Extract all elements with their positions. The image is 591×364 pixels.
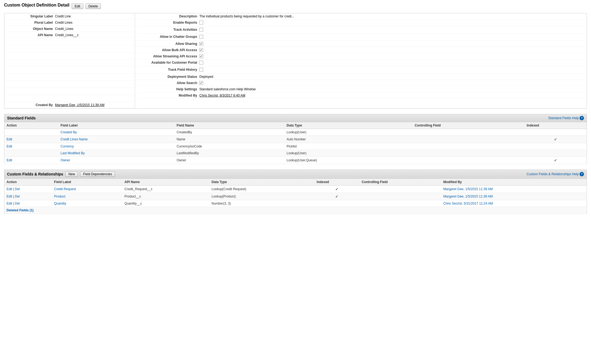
- cf-modified-by-link[interactable]: Margaret Gee, 1/5/2015 11:39 AM: [443, 195, 493, 198]
- cf-field-label-link[interactable]: Credit Request: [54, 187, 76, 191]
- help-settings-row: Help Settings Standard salesforce.com He…: [135, 86, 587, 92]
- cf-action-cell[interactable]: Edit | Del: [4, 200, 52, 207]
- custom-fields-help-icon[interactable]: ?: [580, 172, 584, 176]
- field-label-link[interactable]: Created By: [60, 130, 77, 134]
- spacer-row-1: [4, 38, 135, 45]
- cf-modified-by-cell[interactable]: Margaret Gee, 1/5/2015 11:39 AM: [441, 193, 587, 200]
- cf-edit-link[interactable]: Edit: [7, 187, 12, 191]
- object-name-value: Credit_Lines: [55, 27, 133, 31]
- edit-link[interactable]: Edit: [7, 144, 12, 148]
- standard-fields-table: Action Field Label Field Name Data Type …: [4, 122, 587, 164]
- action-cell[interactable]: Edit: [4, 143, 59, 150]
- edit-button[interactable]: Edit: [72, 4, 83, 9]
- field-name-cell: Name: [174, 136, 284, 143]
- plural-label-value: Credit Lines: [55, 21, 133, 24]
- custom-fields-help-text[interactable]: Custom Fields & Relationships Help: [527, 172, 579, 176]
- cf-modified-by-link[interactable]: Margaret Gee, 1/5/2015 11:39 AM: [443, 187, 493, 191]
- allow-bulk-api-checkbox: ✓: [199, 48, 203, 52]
- cf-action-cell[interactable]: Edit | Del: [4, 186, 52, 193]
- cf-field-label-link[interactable]: Quantity: [54, 202, 66, 205]
- field-label-cell[interactable]: Credit Lines Name: [58, 136, 174, 143]
- col-field-name: Field Name: [174, 122, 284, 129]
- controlling-field-cell: [413, 143, 525, 150]
- deleted-fields-cell[interactable]: Deleted Fields (1): [4, 207, 587, 214]
- standard-fields-help-text[interactable]: Standard Fields Help: [548, 116, 579, 120]
- field-name-cell: CreatedBy: [174, 129, 284, 136]
- standard-fields-help[interactable]: Standard Fields Help ?: [548, 116, 584, 120]
- cf-col-field-label: Field Label: [52, 179, 123, 186]
- page-title: Custom Object Definition Detail: [4, 3, 69, 8]
- allow-sharing-checkbox: ✓: [199, 42, 203, 46]
- allow-bulk-api-row: Allow Bulk API Access ✓: [135, 47, 587, 53]
- object-name-row: Object Name Credit_Lines: [4, 26, 135, 32]
- spacer-row-6: [4, 74, 135, 81]
- field-label-link[interactable]: Owner: [60, 158, 70, 162]
- field-dependencies-button[interactable]: Field Dependencies: [80, 171, 115, 177]
- plural-label-row: Plural Label Credit Lines: [4, 20, 135, 26]
- track-activities-label: Track Activities: [137, 28, 199, 32]
- singular-label-row: Singular Label Credit Line: [4, 13, 135, 20]
- edit-link[interactable]: Edit: [7, 137, 12, 141]
- field-name-cell: LastModifiedBy: [174, 150, 284, 157]
- col-controlling-field: Controlling Field: [413, 122, 525, 129]
- new-button[interactable]: New: [65, 171, 78, 177]
- created-by-value[interactable]: Margaret Gee, 1/5/2015 11:39 AM: [55, 103, 133, 107]
- cf-field-label-cell[interactable]: Quantity: [52, 200, 123, 207]
- plural-label-label: Plural Label: [6, 21, 55, 24]
- delete-button[interactable]: Delete: [86, 4, 101, 9]
- customer-portal-row: Available for Customer Portal: [135, 60, 587, 67]
- indexed-cell: [525, 143, 587, 150]
- cf-data-type-cell: Lookup(Credit Request): [209, 186, 315, 193]
- field-label-cell[interactable]: Created By: [58, 129, 174, 136]
- enable-reports-checkbox: [199, 21, 203, 24]
- cf-controlling-field-cell: [360, 193, 441, 200]
- allow-bulk-api-label: Allow Bulk API Access: [137, 48, 199, 52]
- cf-field-label-link[interactable]: Product: [54, 195, 65, 198]
- modified-by-value[interactable]: Chris Secrist, 8/3/2017 6:40 AM: [199, 94, 585, 97]
- cf-field-label-cell[interactable]: Credit Request: [52, 186, 123, 193]
- field-label-cell[interactable]: Currency: [58, 143, 174, 150]
- field-label-link[interactable]: Currency: [60, 144, 74, 148]
- cf-modified-by-cell[interactable]: Chris Secrist, 5/31/2017 11:24 AM: [441, 200, 587, 207]
- action-cell[interactable]: Edit: [4, 157, 59, 164]
- field-label-link[interactable]: Last Modified By: [60, 151, 85, 155]
- controlling-field-cell: [413, 136, 525, 143]
- col-field-label: Field Label: [58, 122, 174, 129]
- action-cell[interactable]: Edit: [4, 136, 59, 143]
- allow-search-row: Allow Search ✓: [135, 80, 587, 86]
- track-field-history-value: [199, 68, 585, 72]
- field-label-cell[interactable]: Last Modified By: [58, 150, 174, 157]
- cf-modified-by-cell[interactable]: Margaret Gee, 1/5/2015 11:39 AM: [441, 186, 587, 193]
- object-detail-section: Singular Label Credit Line Plural Label …: [4, 13, 587, 109]
- custom-fields-help[interactable]: Custom Fields & Relationships Help ?: [527, 172, 584, 176]
- help-icon[interactable]: ?: [580, 116, 584, 120]
- cf-del-link[interactable]: Del: [15, 202, 20, 205]
- api-name-label: API Name: [6, 33, 55, 37]
- help-settings-value: Standard salesforce.com Help Window: [199, 87, 585, 91]
- cf-del-link[interactable]: Del: [15, 187, 20, 191]
- allow-chatter-checkbox: [199, 35, 203, 39]
- deleted-fields-link[interactable]: Deleted Fields (1): [7, 208, 33, 212]
- cf-del-link[interactable]: Del: [15, 195, 20, 198]
- cf-edit-link[interactable]: Edit: [7, 202, 12, 205]
- cf-indexed-cell: [315, 200, 360, 207]
- allow-search-checkbox: ✓: [199, 81, 203, 85]
- cf-modified-by-link[interactable]: Chris Secrist, 5/31/2017 11:24 AM: [443, 202, 493, 205]
- edit-link[interactable]: Edit: [7, 158, 12, 162]
- custom-fields-title: Custom Fields & Relationships: [7, 172, 63, 176]
- cf-edit-link[interactable]: Edit: [7, 195, 12, 198]
- field-label-cell[interactable]: Owner: [58, 157, 174, 164]
- standard-fields-section: Standard Fields Standard Fields Help ? A…: [4, 114, 587, 164]
- field-name-cell: CurrencyIsoCode: [174, 143, 284, 150]
- deleted-fields-row: Deleted Fields (1): [4, 207, 587, 214]
- cf-data-type-cell: Lookup(Product): [209, 193, 315, 200]
- controlling-field-cell: [413, 150, 525, 157]
- cf-field-label-cell[interactable]: Product: [52, 193, 123, 200]
- cf-action-cell[interactable]: Edit | Del: [4, 193, 52, 200]
- modified-by-label: Modified By: [137, 94, 199, 97]
- allow-search-label: Allow Search: [137, 81, 199, 85]
- field-label-link[interactable]: Credit Lines Name: [60, 137, 87, 141]
- cf-indexed-cell: ✓: [315, 193, 360, 200]
- track-activities-value: [199, 28, 585, 32]
- controlling-field-cell: [413, 157, 525, 164]
